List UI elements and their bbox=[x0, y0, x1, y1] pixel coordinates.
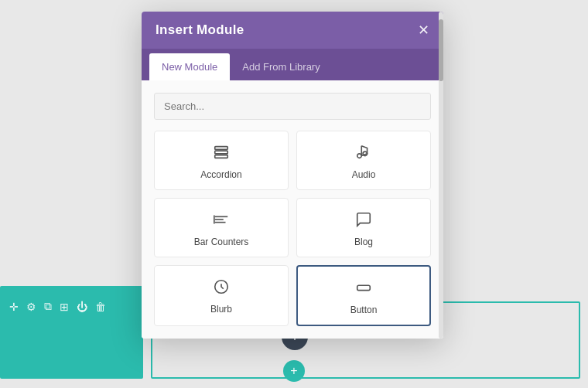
tab-add-from-library[interactable]: Add From Library bbox=[230, 53, 332, 80]
move-icon[interactable]: ✛ bbox=[9, 301, 19, 313]
enable-icon[interactable]: ⏻ bbox=[77, 301, 87, 313]
svg-rect-10 bbox=[357, 285, 371, 290]
blog-icon bbox=[355, 211, 372, 230]
svg-rect-1 bbox=[215, 151, 228, 154]
audio-icon bbox=[355, 144, 372, 163]
add-button-teal[interactable]: + bbox=[283, 360, 305, 382]
svg-point-3 bbox=[357, 154, 362, 158]
tab-new-module[interactable]: New Module bbox=[149, 53, 230, 80]
svg-rect-0 bbox=[215, 147, 228, 150]
blurb-icon bbox=[213, 278, 230, 298]
scrollbar-thumb[interactable] bbox=[439, 19, 443, 81]
module-item-bar-counters[interactable]: Bar Counters bbox=[154, 198, 289, 257]
module-item-accordion[interactable]: Accordion bbox=[154, 131, 289, 190]
accordion-label: Accordion bbox=[200, 169, 241, 180]
audio-label: Audio bbox=[352, 169, 376, 180]
module-item-button[interactable]: Button bbox=[296, 265, 431, 326]
blurb-label: Blurb bbox=[210, 304, 232, 315]
module-item-audio[interactable]: Audio bbox=[296, 131, 431, 190]
modal-header: Insert Module ✕ bbox=[142, 12, 443, 49]
toolbar-row: ✛ ⚙ ⧉ ⊞ ⏻ 🗑 bbox=[9, 300, 106, 313]
module-item-blurb[interactable]: Blurb bbox=[154, 265, 289, 326]
bar-counters-icon bbox=[213, 211, 230, 230]
module-item-blog[interactable]: Blog bbox=[296, 198, 431, 257]
modal-title: Insert Module bbox=[156, 22, 244, 38]
svg-rect-2 bbox=[215, 155, 228, 158]
columns-icon[interactable]: ⊞ bbox=[60, 301, 69, 313]
search-input[interactable] bbox=[154, 93, 431, 120]
insert-module-modal: Insert Module ✕ New Module Add From Libr… bbox=[142, 12, 443, 339]
button-icon bbox=[355, 279, 372, 298]
tab-bar: New Module Add From Library bbox=[142, 49, 443, 80]
accordion-icon bbox=[213, 144, 230, 163]
modal-close-button[interactable]: ✕ bbox=[418, 23, 429, 37]
scrollbar-track[interactable] bbox=[439, 12, 443, 339]
duplicate-icon[interactable]: ⧉ bbox=[44, 300, 52, 313]
blog-label: Blog bbox=[354, 237, 373, 247]
bar-counters-label: Bar Counters bbox=[194, 237, 249, 247]
settings-icon[interactable]: ⚙ bbox=[26, 301, 36, 313]
button-label: Button bbox=[350, 305, 378, 315]
trash-icon[interactable]: 🗑 bbox=[95, 301, 106, 313]
modal-body: Accordion Audio bbox=[142, 80, 443, 339]
module-grid: Accordion Audio bbox=[154, 131, 431, 326]
